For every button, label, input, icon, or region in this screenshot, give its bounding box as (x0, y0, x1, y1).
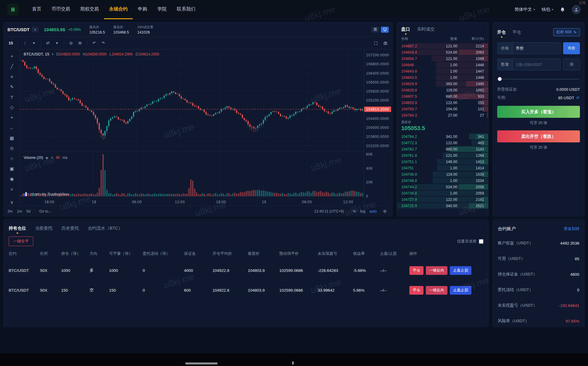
bid-row[interactable]: 104738.81.002059 (397, 190, 488, 196)
trade-tab-2[interactable]: 平仓 (512, 28, 521, 36)
quantity-input[interactable] (513, 62, 560, 67)
ask-row[interactable]: 104829.9393.001445 (397, 81, 488, 87)
transfer-icon[interactable] (576, 96, 580, 100)
reverse-position-button[interactable]: 一键反向 (426, 266, 447, 275)
only-current-checkbox[interactable] (479, 239, 483, 244)
positions-tab-4[interactable]: 合约流水（BTC） (88, 224, 123, 232)
orderbook-tab-1[interactable]: 盘口 (401, 25, 410, 33)
bid-row[interactable]: 104727.9122.002181 (397, 196, 488, 203)
tp-sl-button[interactable]: 止盈止损 (450, 266, 471, 275)
range-button-3m[interactable]: 3m (7, 209, 13, 213)
ask-row[interactable]: 104867.2121.002214 (397, 43, 488, 49)
reverse-position-button[interactable]: 一键反向 (426, 286, 447, 295)
bid-row[interactable]: 104751.1149.001413 (397, 159, 488, 165)
undo-icon[interactable]: ↶ (90, 39, 98, 47)
slider-track[interactable] (498, 79, 579, 79)
ask-row[interactable]: 104793.7104.00131 (397, 106, 488, 112)
bid-row[interactable]: 104725.9340.002521 (397, 203, 488, 209)
display-mode-button[interactable] (381, 27, 389, 33)
buy-long-button[interactable]: 买入开多（看涨） (497, 106, 580, 118)
app-logo[interactable]: H (7, 4, 19, 15)
trash-icon[interactable]: × (8, 186, 16, 193)
zoom-icon[interactable]: ⊙ (8, 144, 16, 152)
fib-retracement-icon[interactable]: ≡ (8, 73, 16, 80)
scrollbar-thumb[interactable] (185, 362, 218, 365)
orderbook-tab-2[interactable]: 实时成交 (417, 25, 435, 33)
crosshair-icon[interactable]: ＋ (8, 52, 16, 60)
candle-style-icon[interactable] (44, 39, 52, 47)
trend-line-icon[interactable]: ╱ (8, 63, 16, 70)
market-price-button[interactable]: 市价 (563, 42, 580, 54)
volume-indicator-label[interactable]: Volume (20) (24, 156, 43, 160)
xabcd-pattern-icon[interactable]: ◇ (8, 104, 16, 111)
camera-icon[interactable] (382, 39, 389, 47)
sell-short-button[interactable]: 卖出开空（看跌） (497, 130, 580, 142)
bid-row[interactable]: 104772.3122.00463 (397, 140, 488, 146)
ask-row[interactable]: 104843.81.001447 (397, 68, 488, 74)
eye-icon[interactable]: ◉ (8, 175, 16, 183)
auto-scale-button[interactable]: auto (370, 209, 377, 213)
chevron-down-icon[interactable]: ▾ (53, 39, 61, 47)
lock-icon[interactable]: ▣ (8, 165, 16, 173)
pair-selector[interactable]: BTC/USDT ▾ (7, 27, 38, 32)
bid-row[interactable]: 104748.81.001534 (397, 177, 488, 184)
nav-item-2[interactable]: 币币交易 (46, 0, 75, 19)
chevron-down-icon[interactable]: ∨ (8, 198, 16, 206)
nav-item-6[interactable]: 学院 (152, 0, 172, 19)
intervals-menu-icon[interactable]: ⋮ (21, 39, 29, 47)
tp-sl-button[interactable]: 止盈止损 (450, 286, 471, 295)
bid-row[interactable]: 104748.9119.001533 (397, 171, 488, 177)
close-position-button[interactable]: 平仓 (409, 286, 423, 295)
log-scale-button[interactable]: log (360, 209, 365, 213)
range-button-5d[interactable]: 5d (26, 209, 31, 213)
amount-slider[interactable] (498, 77, 579, 81)
positions-tab-1[interactable]: 持有仓位 (9, 224, 26, 232)
positions-tab-3[interactable]: 历史委托 (61, 224, 79, 232)
ask-row[interactable]: 1048461.001448 (397, 62, 488, 68)
ask-row[interactable]: 104807.5680.00933 (397, 93, 488, 100)
fullscreen-icon[interactable] (372, 39, 380, 47)
eye-icon[interactable]: ◉ (46, 156, 49, 160)
slider-knob[interactable] (498, 77, 502, 81)
wallet-menu[interactable]: 钱包 ▾ (542, 7, 553, 12)
interval-15-button[interactable]: 15 (7, 39, 15, 47)
ask-row[interactable]: 104826.8119.001052 (397, 87, 488, 93)
bid-row[interactable]: 104744.2524.002058 (397, 184, 488, 190)
bid-row[interactable]: 104762.7680.001143 (397, 146, 488, 152)
notifications-bell-icon[interactable] (560, 7, 565, 12)
brush-icon[interactable]: ✎ (8, 83, 16, 91)
close-position-button[interactable]: 平仓 (409, 266, 423, 275)
percent-scale-button[interactable]: % (353, 209, 356, 213)
ask-row[interactable]: 104858.4524.002093 (397, 49, 488, 55)
close-all-button[interactable]: 一键全平 (9, 237, 33, 246)
hide-drawings-arrow-icon[interactable]: ← (8, 124, 16, 132)
ask-row[interactable]: 104803.9122.00253 (397, 100, 488, 106)
settings-gear-icon[interactable] (381, 207, 389, 215)
close-icon[interactable]: ✕ (51, 156, 53, 160)
ask-row[interactable]: 104856.7121.001569 (397, 55, 488, 62)
goto-button[interactable]: Go to... (39, 209, 52, 213)
positions-tab-2[interactable]: 当前委托 (35, 224, 52, 232)
bid-row[interactable]: 1047511.001414 (397, 165, 488, 171)
nav-item-4[interactable]: 永续合约 (104, 0, 133, 19)
tradingview-attribution[interactable]: charts by TradingView (24, 192, 69, 196)
range-button-1m[interactable]: 1m (17, 209, 22, 213)
text-tool-icon[interactable]: T (8, 94, 16, 101)
magnet-icon[interactable]: ∩ (8, 155, 16, 162)
bid-row[interactable]: 104784.2341.00341 (397, 133, 488, 140)
nav-item-1[interactable]: 首页 (27, 0, 46, 19)
price-input[interactable] (513, 46, 560, 51)
candlestick-chart[interactable]: 107200.0000106800.0000106400.0000106000.… (20, 49, 392, 206)
nav-item-5[interactable]: 申购 (133, 0, 152, 19)
nav-item-7[interactable]: 联系我们 (172, 0, 200, 19)
chevron-down-icon[interactable]: ▾ (30, 39, 38, 47)
fund-transfer-link[interactable]: 资金划转 (564, 226, 579, 231)
language-selector[interactable]: 简体中文 ▾ (515, 7, 535, 12)
redo-icon[interactable]: ↷ (99, 39, 107, 47)
ask-row[interactable]: 104843.51.001446 (397, 74, 488, 81)
bid-row[interactable]: 104761.8121.001264 (397, 152, 488, 159)
bar-pattern-icon[interactable]: ▦ (8, 134, 16, 142)
prediction-tool-icon[interactable]: ⌖ (8, 114, 16, 121)
leverage-chip[interactable]: 杠杆 50X ✎ (553, 28, 580, 36)
indicators-gear-icon[interactable] (67, 39, 75, 47)
